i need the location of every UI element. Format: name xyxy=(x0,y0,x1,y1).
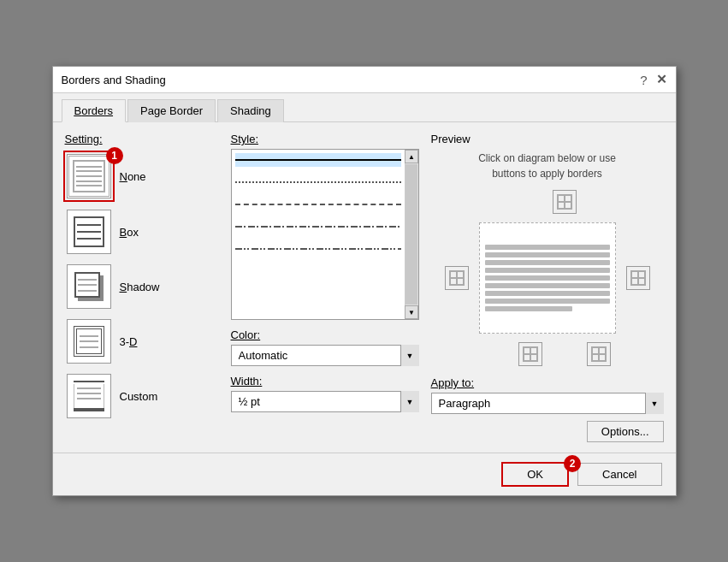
box-icon xyxy=(67,210,111,254)
dialog-title: Borders and Shading xyxy=(62,74,166,86)
title-bar-controls: ? ✕ xyxy=(640,72,666,87)
apply-to-select-wrapper: Paragraph ▼ xyxy=(431,393,664,414)
apply-to-label: Apply to: xyxy=(431,376,664,389)
preview-area xyxy=(431,190,664,366)
tab-shading[interactable]: Shading xyxy=(217,99,284,122)
style-dotted[interactable] xyxy=(235,175,401,189)
tab-shading-label: Shading xyxy=(230,104,271,117)
dialog-footer: OK 2 Cancel xyxy=(53,453,676,495)
style-label: Style: xyxy=(231,133,419,145)
tab-borders-label: Borders xyxy=(74,104,114,117)
right-panel: Preview Click on diagram below or usebut… xyxy=(431,133,664,442)
custom-icon xyxy=(67,374,111,418)
shadow-icon xyxy=(67,264,111,309)
setting-items: 1 None Box xyxy=(65,152,219,420)
preview-line-2 xyxy=(485,252,610,257)
shadow-front xyxy=(74,272,100,298)
apply-to-select[interactable]: Paragraph xyxy=(431,393,664,414)
right-border-icon xyxy=(630,270,646,286)
style-dash-dot[interactable] xyxy=(235,220,401,234)
preview-line-4 xyxy=(485,268,610,273)
preview-line-9 xyxy=(485,306,572,311)
style-list[interactable]: ▲ ▼ xyxy=(231,149,419,320)
left-border-button[interactable] xyxy=(445,266,469,290)
style-solid[interactable] xyxy=(235,153,401,167)
shadow-visual xyxy=(74,272,104,301)
dash-dot-line xyxy=(235,226,401,228)
tab-borders[interactable]: Borders xyxy=(62,99,127,122)
dotted-line xyxy=(235,181,401,183)
scrollbar-up[interactable]: ▲ xyxy=(405,150,418,163)
main-content: Setting: xyxy=(53,122,676,453)
setting-label: Setting: xyxy=(65,133,219,145)
inner-border-button[interactable] xyxy=(587,342,611,366)
help-icon[interactable]: ? xyxy=(640,73,647,87)
color-label: Color: xyxy=(231,328,419,341)
none-selected-wrap: 1 xyxy=(67,154,111,199)
preview-desc: Click on diagram below or usebuttons to … xyxy=(431,151,664,181)
style-list-items xyxy=(232,150,405,319)
setting-none-label: None xyxy=(120,170,146,183)
3d-icon xyxy=(67,319,111,364)
inner-border-icon xyxy=(591,346,607,362)
options-button[interactable]: Options... xyxy=(587,421,664,442)
style-dash-dot-dot[interactable] xyxy=(235,242,401,256)
style-dashed[interactable] xyxy=(235,198,401,211)
setting-shadow-label: Shadow xyxy=(120,281,160,293)
preview-line-5 xyxy=(485,275,610,281)
width-label: Width: xyxy=(231,375,419,387)
right-border-button[interactable] xyxy=(626,266,650,290)
scrollbar-track xyxy=(405,164,417,305)
dash-dot-dot-line xyxy=(235,248,401,250)
preview-line-1 xyxy=(485,245,610,250)
setting-3d[interactable]: 3-D xyxy=(65,317,219,365)
style-group: Style: xyxy=(231,133,419,320)
color-select[interactable]: Automatic xyxy=(231,345,419,366)
color-group: Color: Automatic ▼ xyxy=(231,328,419,366)
tab-page-border-label: Page Border xyxy=(140,104,203,117)
middle-panel: Style: xyxy=(231,133,419,442)
top-border-icon xyxy=(557,194,572,210)
width-select[interactable]: ½ pt xyxy=(231,391,419,412)
setting-box-label: Box xyxy=(120,226,139,239)
badge-2: 2 xyxy=(564,455,581,472)
bottom-border-button[interactable] xyxy=(518,342,542,366)
ok-button[interactable]: OK xyxy=(501,462,569,487)
setting-none[interactable]: 1 None xyxy=(65,152,219,201)
scrollbar-down[interactable]: ▼ xyxy=(405,305,418,319)
setting-3d-label: 3-D xyxy=(120,335,138,348)
left-border-icon xyxy=(449,270,465,286)
custom-visual xyxy=(74,381,104,411)
preview-line-7 xyxy=(485,291,610,296)
solid-line xyxy=(235,159,401,161)
none-icon-highlight xyxy=(67,154,111,198)
color-select-wrapper: Automatic ▼ xyxy=(231,345,419,366)
dashed-line xyxy=(235,204,401,205)
preview-label: Preview xyxy=(431,133,664,145)
top-border-button[interactable] xyxy=(553,190,577,214)
preview-doc[interactable] xyxy=(479,222,616,334)
title-bar: Borders and Shading ? ✕ xyxy=(53,67,676,93)
none-icon xyxy=(67,154,111,198)
setting-custom-label: Custom xyxy=(120,390,158,403)
width-select-wrapper: ½ pt ▼ xyxy=(231,391,419,412)
cancel-button[interactable]: Cancel xyxy=(577,463,661,486)
badge-2-wrap: OK 2 xyxy=(501,462,569,487)
preview-bottom-row xyxy=(518,342,611,366)
setting-panel: Setting: xyxy=(65,133,219,442)
tab-bar: Borders Page Border Shading xyxy=(53,93,676,122)
close-icon[interactable]: ✕ xyxy=(656,72,667,87)
3d-visual xyxy=(74,326,104,357)
tab-page-border[interactable]: Page Border xyxy=(127,99,216,122)
bottom-border-icon xyxy=(523,346,538,362)
preview-line-6 xyxy=(485,283,610,288)
style-scrollbar[interactable]: ▲ ▼ xyxy=(405,150,418,319)
setting-shadow[interactable]: Shadow xyxy=(65,263,219,311)
preview-top-row xyxy=(553,190,577,214)
preview-line-8 xyxy=(485,299,610,304)
setting-box[interactable]: Box xyxy=(65,208,219,256)
apply-to-row: Apply to: Paragraph ▼ xyxy=(431,376,664,414)
badge-1: 1 xyxy=(106,147,123,164)
setting-custom[interactable]: Custom xyxy=(65,372,219,420)
borders-shading-dialog: Borders and Shading ? ✕ Borders Page Bor… xyxy=(52,66,677,496)
